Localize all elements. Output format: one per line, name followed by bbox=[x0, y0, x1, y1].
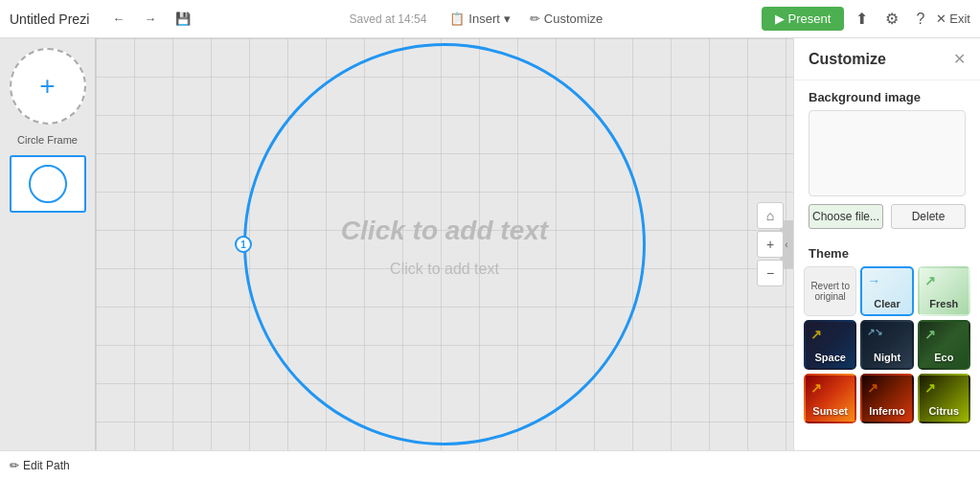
toolbar-right: ▶ Present ⬆ ⚙ ? ✕ Exit bbox=[762, 6, 970, 32]
present-button[interactable]: ▶ Present bbox=[762, 7, 845, 31]
theme-eco[interactable]: Eco bbox=[918, 320, 970, 370]
choose-file-button[interactable]: Choose file... bbox=[809, 204, 883, 229]
theme-inferno[interactable]: Inferno bbox=[860, 374, 913, 423]
play-icon: ▶ bbox=[775, 11, 785, 26]
node-dot-1: 1 bbox=[235, 236, 252, 253]
sub-text-placeholder[interactable]: Click to add text bbox=[385, 256, 504, 283]
customize-panel: Customize ✕ Background image Choose file… bbox=[793, 38, 980, 450]
theme-revert-button[interactable]: Revert to original bbox=[804, 266, 856, 316]
main-text-placeholder[interactable]: Click to add text bbox=[331, 206, 558, 256]
app-title: Untitled Prezi bbox=[10, 11, 89, 27]
save-status: Saved at 14:54 bbox=[350, 12, 427, 26]
theme-grid: Revert to original Clear Fresh Space Nig… bbox=[794, 266, 980, 433]
add-slide-button[interactable]: + bbox=[10, 48, 86, 125]
theme-space[interactable]: Space bbox=[804, 320, 856, 370]
insert-icon: 📋 bbox=[449, 11, 465, 26]
customize-button[interactable]: ✏ Customize bbox=[524, 8, 608, 30]
customize-header: Customize ✕ bbox=[794, 38, 980, 80]
canvas-area[interactable]: 1 Click to add text Click to add text ⌂ … bbox=[96, 38, 793, 450]
main-area: + Circle Frame 1 1 Click to add text Cli… bbox=[0, 38, 980, 450]
zoom-controls: ⌂ + − bbox=[757, 202, 784, 286]
zoom-out-button[interactable]: − bbox=[757, 260, 784, 286]
undo-button[interactable]: ← bbox=[106, 8, 130, 30]
pencil-icon: ✏ bbox=[530, 11, 540, 26]
theme-section-title: Theme bbox=[794, 237, 980, 266]
zoom-home-button[interactable]: ⌂ bbox=[757, 202, 784, 229]
customize-close-button[interactable]: ✕ bbox=[953, 50, 966, 68]
save-button[interactable]: 💾 bbox=[170, 8, 196, 30]
theme-night[interactable]: Night bbox=[860, 320, 913, 370]
redo-button[interactable]: → bbox=[138, 8, 162, 30]
plus-icon: + bbox=[39, 71, 55, 102]
bg-image-preview bbox=[809, 110, 966, 196]
theme-fresh[interactable]: Fresh bbox=[918, 266, 970, 316]
theme-clear[interactable]: Clear bbox=[860, 266, 913, 316]
circle-frame[interactable]: 1 Click to add text Click to add text bbox=[243, 43, 646, 445]
theme-citrus[interactable]: Citrus bbox=[918, 374, 970, 423]
slides-panel: + Circle Frame 1 bbox=[0, 38, 96, 450]
chevron-down-icon: ▾ bbox=[504, 11, 511, 26]
close-icon: ✕ bbox=[936, 11, 946, 26]
slide-circle-preview bbox=[29, 165, 67, 203]
settings-button[interactable]: ⚙ bbox=[879, 6, 904, 32]
bottom-bar: ✏ Edit Path bbox=[0, 450, 980, 479]
exit-button[interactable]: ✕ Exit bbox=[936, 11, 970, 26]
customize-title: Customize bbox=[809, 51, 886, 68]
toolbar: Untitled Prezi ← → 💾 Saved at 14:54 📋 In… bbox=[0, 0, 980, 38]
frame-label: Circle Frame bbox=[17, 134, 78, 146]
share-button[interactable]: ⬆ bbox=[850, 6, 874, 32]
slide-item-1[interactable]: 1 bbox=[10, 155, 86, 213]
pencil-icon: ✏ bbox=[10, 459, 19, 472]
help-button[interactable]: ? bbox=[910, 7, 930, 32]
slide-thumbnail-1[interactable]: 1 bbox=[10, 155, 86, 213]
zoom-in-button[interactable]: + bbox=[757, 231, 784, 258]
bg-section-title: Background image bbox=[794, 80, 980, 110]
bg-buttons: Choose file... Delete bbox=[794, 196, 980, 237]
theme-sunset[interactable]: Sunset bbox=[804, 374, 856, 423]
delete-bg-button[interactable]: Delete bbox=[891, 204, 966, 229]
edit-path-button[interactable]: ✏ Edit Path bbox=[10, 459, 70, 472]
insert-button[interactable]: 📋 Insert ▾ bbox=[444, 8, 516, 30]
